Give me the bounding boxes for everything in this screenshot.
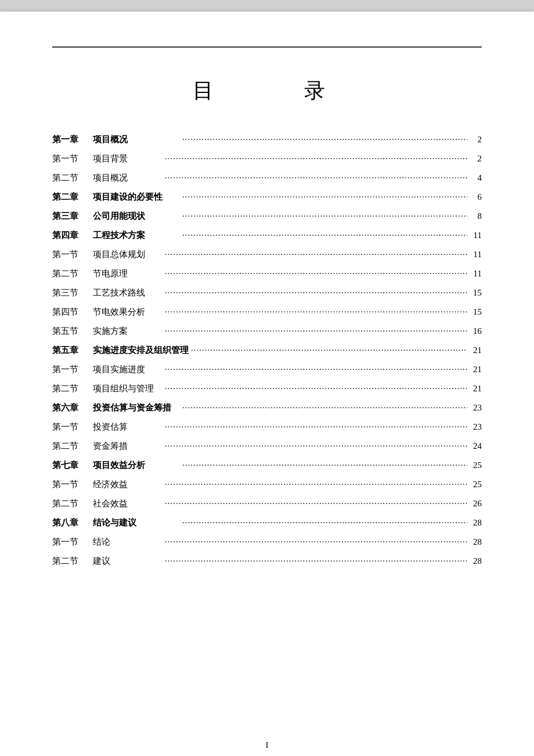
list-item: 第五节实施方案·································…	[52, 326, 482, 337]
toc-page-number: 15	[467, 288, 482, 298]
chapter-number: 第八章	[52, 517, 93, 528]
toc-page-number: 24	[467, 441, 482, 451]
toc-page-number: 25	[467, 460, 482, 470]
toc-dots: ········································…	[180, 135, 467, 145]
toc-dots: ········································…	[163, 307, 467, 317]
toc-page-number: 11	[467, 269, 482, 279]
section-title: 项目概况	[93, 172, 163, 183]
section-number: 第二节	[52, 556, 93, 567]
section-title: 项目背景	[93, 153, 163, 164]
toc-dots: ········································…	[163, 250, 467, 260]
toc-page-number: 23	[467, 422, 482, 432]
page-title: 目 录	[52, 77, 482, 105]
top-divider	[52, 46, 482, 48]
toc-page-number: 21	[467, 365, 482, 375]
list-item: 第四章工程技术方案·······························…	[52, 230, 482, 241]
toc-dots: ········································…	[163, 365, 467, 375]
list-item: 第一节结论···································…	[52, 537, 482, 548]
list-item: 第一节项目实施进度·······························…	[52, 364, 482, 375]
chapter-title: 项目效益分析	[93, 460, 180, 471]
toc-dots: ········································…	[163, 173, 467, 183]
toc-page-number: 28	[467, 556, 482, 566]
chapter-number: 第六章	[52, 402, 93, 413]
chapter-number: 第七章	[52, 460, 93, 471]
toc-page-number: 21	[467, 384, 482, 394]
toc-page-number: 16	[467, 326, 482, 336]
section-title: 经济效益	[93, 479, 163, 490]
toc-page-number: 8	[467, 211, 482, 221]
section-title: 项目组织与管理	[93, 383, 163, 394]
chapter-title: 项目建设的必要性	[93, 192, 180, 203]
chapter-title: 实施进度安排及组织管理	[93, 345, 189, 356]
chapter-title: 公司用能现状	[93, 211, 180, 222]
section-title: 节电效果分析	[93, 307, 163, 318]
toc-dots: ········································…	[163, 499, 467, 509]
section-title: 社会效益	[93, 498, 163, 509]
section-number: 第二节	[52, 441, 93, 452]
chapter-title: 投资估算与资金筹措	[93, 402, 180, 413]
chapter-title: 结论与建议	[93, 517, 180, 528]
section-number: 第一节	[52, 422, 93, 433]
section-number: 第二节	[52, 498, 93, 509]
section-title: 资金筹措	[93, 441, 163, 452]
toc-dots: ········································…	[163, 384, 467, 394]
list-item: 第六章投资估算与资金筹措····························…	[52, 402, 482, 413]
document-page: 目 录 第一章项目概况·····························…	[0, 12, 534, 756]
table-of-contents: 第一章项目概况·································…	[52, 134, 482, 567]
toc-dots: ········································…	[163, 154, 467, 164]
list-item: 第二节资金筹措·································…	[52, 441, 482, 452]
list-item: 第七章项目效益分析·······························…	[52, 460, 482, 471]
section-number: 第一节	[52, 537, 93, 548]
list-item: 第三节工艺技术路线·······························…	[52, 287, 482, 298]
toc-dots: ········································…	[180, 460, 467, 470]
list-item: 第三章公司用能现状·······························…	[52, 211, 482, 222]
section-number: 第四节	[52, 307, 93, 318]
chapter-number: 第五章	[52, 345, 93, 356]
list-item: 第五章实施进度安排及组织管理··························…	[52, 345, 482, 356]
section-title: 建议	[93, 556, 163, 567]
toc-dots: ········································…	[163, 537, 467, 547]
toc-dots: ········································…	[163, 288, 467, 298]
toc-dots: ········································…	[163, 326, 467, 336]
section-title: 项目实施进度	[93, 364, 163, 375]
list-item: 第一节经济效益·································…	[52, 479, 482, 490]
section-number: 第一节	[52, 153, 93, 164]
section-number: 第二节	[52, 268, 93, 279]
list-item: 第一章项目概况·································…	[52, 134, 482, 145]
toc-page-number: 15	[467, 307, 482, 317]
toc-dots: ········································…	[180, 231, 467, 240]
list-item: 第二节节电原理·································…	[52, 268, 482, 279]
chapter-number: 第二章	[52, 192, 93, 203]
toc-dots: ········································…	[163, 269, 467, 279]
section-number: 第二节	[52, 383, 93, 394]
toc-dots: ········································…	[180, 518, 467, 528]
toc-page-number: 26	[467, 499, 482, 509]
toc-dots: ········································…	[163, 480, 467, 489]
toc-page-number: 4	[467, 173, 482, 183]
toc-page-number: 11	[467, 250, 482, 260]
toc-dots: ········································…	[189, 345, 467, 355]
toc-dots: ········································…	[163, 441, 467, 451]
toc-page-number: 2	[467, 154, 482, 164]
chapter-number: 第四章	[52, 230, 93, 241]
list-item: 第二节社会效益·································…	[52, 498, 482, 509]
section-number: 第三节	[52, 287, 93, 298]
toc-page-number: 28	[467, 518, 482, 528]
section-number: 第一节	[52, 364, 93, 375]
section-number: 第一节	[52, 249, 93, 260]
section-number: 第五节	[52, 326, 93, 337]
toc-dots: ········································…	[180, 192, 467, 202]
list-item: 第一节项目总体规划·······························…	[52, 249, 482, 260]
section-title: 工艺技术路线	[93, 287, 163, 298]
toc-dots: ········································…	[163, 556, 467, 566]
list-item: 第八章结论与建议································…	[52, 517, 482, 528]
chapter-number: 第三章	[52, 211, 93, 222]
toc-page-number: 11	[467, 231, 482, 240]
toc-dots: ········································…	[163, 422, 467, 432]
list-item: 第二节项目组织与管理······························…	[52, 383, 482, 394]
toc-page-number: 6	[467, 192, 482, 202]
section-title: 项目总体规划	[93, 249, 163, 260]
toc-page-number: 23	[467, 403, 482, 413]
toc-page-number: 25	[467, 480, 482, 489]
list-item: 第二节建议···································…	[52, 556, 482, 567]
